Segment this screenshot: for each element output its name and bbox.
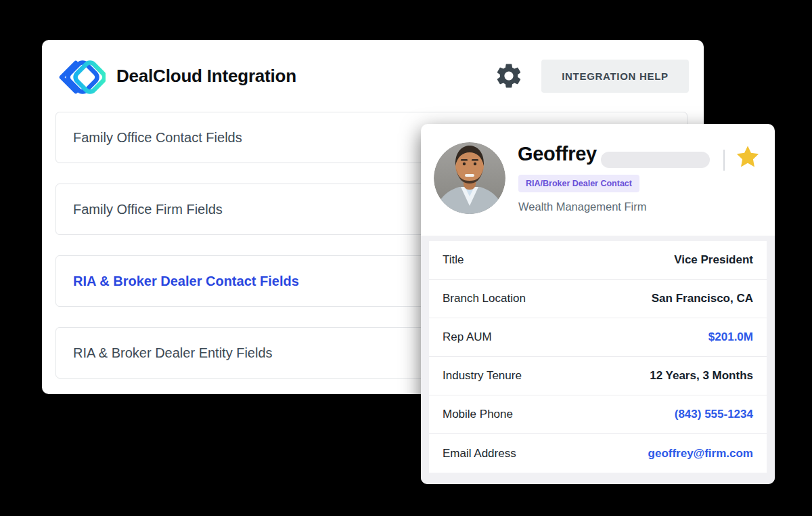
contact-fields-table: Title Vice President Branch Location San… xyxy=(421,236,775,484)
integration-help-button[interactable]: INTEGRATION HELP xyxy=(541,60,689,93)
field-value-phone-link[interactable]: (843) 555-1234 xyxy=(675,408,753,421)
avatar xyxy=(434,142,505,214)
header-divider xyxy=(723,150,725,171)
contact-firm: Wealth Management Firm xyxy=(518,200,647,213)
table-row-branch-location: Branch Location San Francisco, CA xyxy=(429,280,767,318)
field-value-email-link[interactable]: geoffrey@firm.com xyxy=(648,447,753,460)
field-label: Industry Tenure xyxy=(443,369,522,383)
field-value: 12 Years, 3 Months xyxy=(650,369,753,383)
field-label: Branch Location xyxy=(443,292,526,305)
field-label: Title xyxy=(443,253,464,267)
field-value-link[interactable]: $201.0M xyxy=(708,330,753,344)
favorite-star-icon[interactable] xyxy=(734,144,761,171)
table-row-title: Title Vice President xyxy=(429,241,767,280)
field-label: Rep AUM xyxy=(443,330,492,344)
field-value: Vice President xyxy=(674,253,753,267)
page-background: DealCloud Integration INTEGRATION HELP F… xyxy=(0,0,812,516)
field-value: San Francisco, CA xyxy=(652,292,753,305)
settings-gear-icon[interactable] xyxy=(494,61,524,91)
contact-first-name: Geoffrey xyxy=(518,143,597,165)
dealcloud-logo-icon xyxy=(58,56,106,98)
page-title: DealCloud Integration xyxy=(116,66,296,87)
field-label: Email Address xyxy=(443,447,516,460)
contact-profile-card: Geoffrey RIA/Broker Dealer Contact Wealt… xyxy=(421,124,775,484)
contact-type-badge: RIA/Broker Dealer Contact xyxy=(518,175,639,192)
redacted-last-name xyxy=(601,152,710,168)
table-row-email-address: Email Address geoffrey@firm.com xyxy=(429,434,767,473)
field-label: Mobile Phone xyxy=(443,408,513,421)
table-row-mobile-phone: Mobile Phone (843) 555-1234 xyxy=(429,395,767,434)
table-row-rep-aum: Rep AUM $201.0M xyxy=(429,318,767,357)
table-row-industry-tenure: Industry Tenure 12 Years, 3 Months xyxy=(429,357,767,395)
